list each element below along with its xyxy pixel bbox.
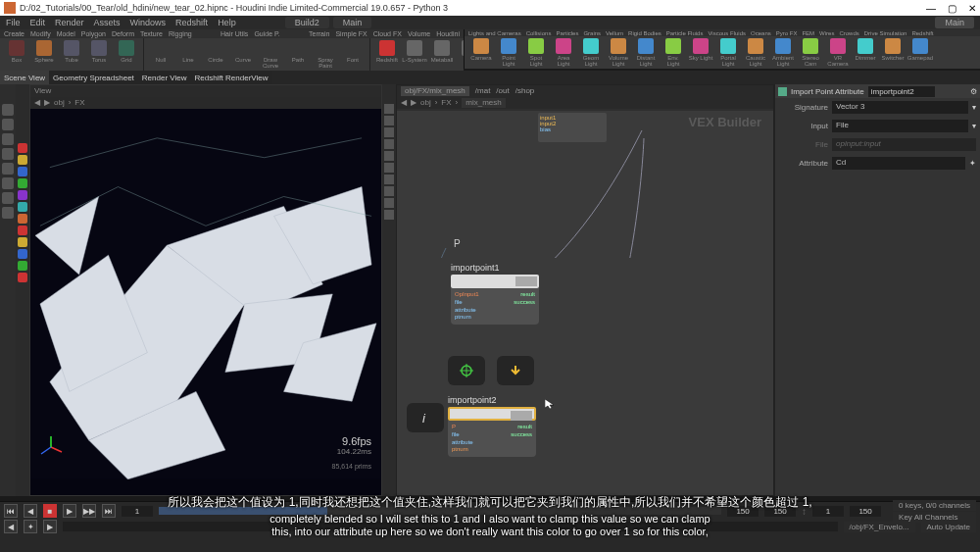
chevron-down-icon[interactable]: ▾ <box>972 122 976 130</box>
tool-icon[interactable] <box>2 148 14 160</box>
snap-icon[interactable] <box>18 226 27 235</box>
display-icon[interactable] <box>384 186 394 196</box>
shelf-tool[interactable]: Grid <box>114 40 139 69</box>
shelf-tool[interactable]: Portal Light <box>715 38 741 67</box>
channel-track[interactable] <box>63 522 838 531</box>
shelf-tool[interactable]: Point Light <box>496 38 521 67</box>
snap-icon[interactable] <box>18 261 27 271</box>
shelf-tool[interactable]: Torus <box>86 40 112 69</box>
shelf-tab[interactable]: Simple FX <box>335 30 367 37</box>
shelf-tool[interactable]: Metaball <box>429 40 455 69</box>
close-button[interactable]: ✕ <box>968 3 976 14</box>
display-icon[interactable] <box>384 127 394 137</box>
node-importpoint1[interactable]: importpoint1 OpInput1fileattributeptnum … <box>451 263 539 325</box>
shelf-tab[interactable]: Drive Simulation <box>864 30 907 35</box>
first-frame-button[interactable]: ⏮ <box>4 504 18 518</box>
crumb[interactable]: FX <box>441 98 451 108</box>
shelf-tool[interactable]: VR Camera <box>825 38 851 67</box>
node-name-field[interactable] <box>868 86 935 97</box>
timeline-track[interactable] <box>159 507 721 515</box>
shelf-tool[interactable]: Env. Light <box>661 38 686 67</box>
shelf-tab[interactable]: Create <box>4 30 24 37</box>
snap-icon[interactable] <box>18 249 27 259</box>
menu-redshift[interactable]: Redshift <box>175 18 208 27</box>
desktop-build2[interactable]: Build2 <box>285 17 329 28</box>
display-icon[interactable] <box>384 175 394 184</box>
shelf-tool[interactable]: Path <box>285 40 311 69</box>
menu-windows[interactable]: Windows <box>130 18 167 27</box>
shelf-tab[interactable]: Grains <box>583 30 601 35</box>
shelf-tab[interactable]: Redshift <box>911 30 933 35</box>
play-button[interactable]: ▶ <box>63 504 76 518</box>
nav-back-icon[interactable]: ◀ <box>34 98 40 108</box>
shelf-tab[interactable]: FEM <box>802 30 814 35</box>
snap-icon[interactable] <box>18 214 27 224</box>
shelf-tool[interactable]: Sphere <box>31 40 57 69</box>
tool-icon[interactable] <box>2 207 14 219</box>
minimize-button[interactable]: — <box>926 3 936 14</box>
shelf-tool[interactable]: Box <box>4 40 29 69</box>
shelf-tool[interactable]: Curve <box>230 40 256 69</box>
pane-tab-scene[interactable]: Scene View <box>0 71 49 84</box>
current-frame[interactable]: 150 <box>727 506 759 517</box>
auto-update-button[interactable]: Auto Update <box>921 522 976 532</box>
shelf-tab[interactable]: Rigid Bodies <box>628 30 662 35</box>
menu-edit[interactable]: Edit <box>30 18 46 27</box>
prev-frame-button[interactable]: ◀ <box>24 504 37 518</box>
net-tab[interactable]: /shop <box>515 86 535 96</box>
chan-del-icon[interactable]: ✦ <box>24 520 37 533</box>
scene-viewport[interactable]: View ◀▶ obj› FX Persp No cam <box>29 84 382 496</box>
shelf-tool[interactable]: Geom Light <box>578 38 604 67</box>
menu-file[interactable]: File <box>6 18 21 27</box>
shelf-tab[interactable]: Modify <box>30 30 51 37</box>
shelf-tool[interactable]: Dimmer <box>853 38 878 67</box>
chevron-down-icon[interactable]: ▾ <box>972 103 976 112</box>
shelf-tab[interactable]: Particle Fluids <box>666 30 704 35</box>
info-icon[interactable]: i <box>420 411 430 425</box>
menu-assets[interactable]: Assets <box>94 18 121 27</box>
range-end[interactable]: 150 <box>850 506 881 517</box>
shelf-tab[interactable]: Wires <box>819 30 834 35</box>
gear-icon[interactable]: ✦ <box>969 159 976 168</box>
shelf-tab[interactable]: Rigging <box>169 30 192 37</box>
display-icon[interactable] <box>384 151 394 161</box>
shelf-tab[interactable]: Oceans <box>751 30 771 35</box>
shelf-tool[interactable]: Circle <box>203 40 228 69</box>
shelf-tool[interactable]: Gamepad <box>907 38 933 67</box>
shelf-tool[interactable]: Line <box>175 40 201 69</box>
maximize-button[interactable]: ▢ <box>948 3 956 14</box>
network-editor[interactable]: obj/FX/mix_mesh /mat /out /shop ◀▶ obj› … <box>396 84 774 496</box>
snap-icon[interactable] <box>18 190 27 200</box>
node-importpoint2[interactable]: importpoint2 Pfileattributeptnum results… <box>448 395 536 457</box>
shelf-tab[interactable]: Lights and Cameras <box>468 30 521 35</box>
tool-icon[interactable] <box>2 177 14 189</box>
desktop-main[interactable]: Main <box>333 17 372 28</box>
snap-icon[interactable] <box>18 143 27 153</box>
nav-fwd-icon[interactable]: ▶ <box>44 98 50 108</box>
signature-select[interactable]: Vector 3 <box>832 101 968 114</box>
tool-icon[interactable] <box>2 133 14 145</box>
shelf-tool[interactable]: Distant Light <box>633 38 659 67</box>
shelf-tool[interactable]: Font <box>340 40 366 69</box>
shelf-tab[interactable]: Cloud FX <box>373 30 402 37</box>
crumb[interactable]: obj <box>420 98 431 108</box>
menu-render[interactable]: Render <box>55 18 84 27</box>
shelf-tool[interactable]: Spray Paint <box>313 40 338 69</box>
display-icon[interactable] <box>384 139 394 149</box>
shelf-tab[interactable]: Pyro FX <box>776 30 798 35</box>
shelf-tab[interactable]: Houdini <box>436 30 460 37</box>
shelf-tool[interactable]: L-System <box>402 40 427 69</box>
tool-icon[interactable] <box>2 192 14 204</box>
shelf-tab[interactable]: Viscous Fluids <box>708 30 746 35</box>
shelf-tool[interactable]: Spot Light <box>523 38 549 67</box>
net-tab[interactable]: /mat <box>475 86 491 96</box>
shelf-tab[interactable]: Vellum <box>606 30 623 35</box>
shelf-tool[interactable]: Caustic Light <box>743 38 768 67</box>
tool-icon[interactable] <box>2 119 14 130</box>
stop-button[interactable]: ■ <box>43 504 57 518</box>
pane-tab-geo[interactable]: Geometry Spreadsheet <box>49 71 138 84</box>
shelf-tool[interactable]: Sky Light <box>688 38 713 67</box>
arrow-down-icon[interactable] <box>509 364 522 377</box>
bug-icon[interactable] <box>460 364 473 377</box>
snap-icon[interactable] <box>18 202 27 212</box>
